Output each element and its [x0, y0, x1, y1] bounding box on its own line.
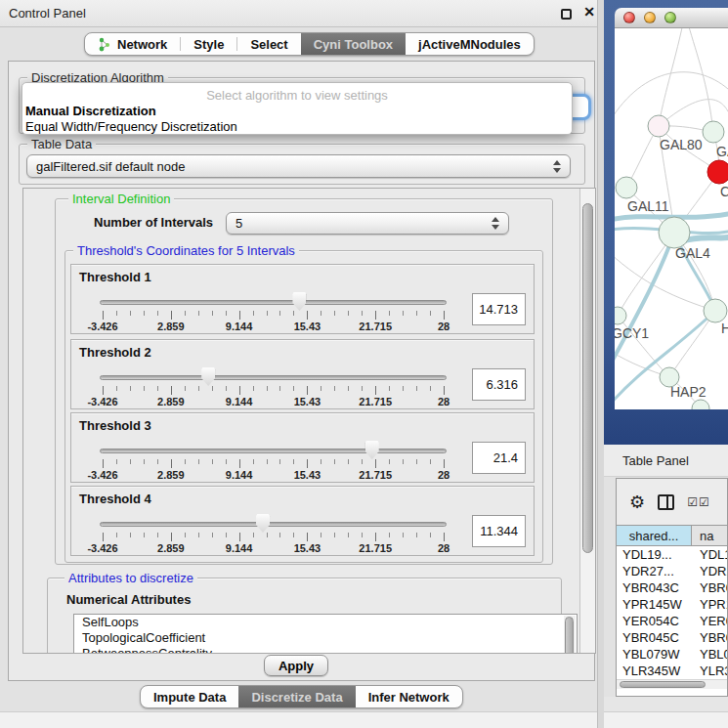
- network-node[interactable]: [707, 160, 728, 184]
- table-row[interactable]: YDR27...YDR2: [617, 563, 728, 579]
- slider-tick: [307, 459, 308, 468]
- network-node-label: GAL11: [627, 198, 669, 214]
- checkbox-filter-icons[interactable]: ☑☑: [687, 495, 710, 509]
- window-zoom-icon[interactable]: [664, 12, 676, 23]
- network-node[interactable]: [648, 115, 669, 137]
- threshold-1-slider[interactable]: -3.4262.8599.14415.4321.71528: [100, 292, 447, 333]
- tab-infer-network[interactable]: Infer Network: [356, 686, 462, 707]
- network-edge[interactable]: [615, 233, 674, 365]
- slider-tick: [362, 459, 363, 464]
- apply-button[interactable]: Apply: [264, 655, 328, 676]
- attribute-list-scrollbar[interactable]: [564, 616, 576, 654]
- tab-style[interactable]: Style: [181, 33, 236, 55]
- slider-tick: [334, 533, 335, 537]
- threshold-1-value-field[interactable]: 14.713: [472, 293, 526, 325]
- panel-divider[interactable]: [597, 0, 604, 728]
- attribute-list-item[interactable]: TopologicalCoefficient: [74, 630, 577, 646]
- tab-network[interactable]: Network: [85, 33, 180, 55]
- table-row[interactable]: YBL079WYBL0: [617, 646, 728, 663]
- network-node[interactable]: [659, 217, 690, 248]
- close-icon[interactable]: ✕: [583, 4, 595, 20]
- slider-tick-label: 15.43: [294, 469, 321, 481]
- table-data-combobox[interactable]: galFiltered.sif default node: [26, 154, 571, 178]
- slider-thumb[interactable]: [256, 514, 270, 533]
- slider-tick: [103, 459, 104, 468]
- numerical-attributes-list[interactable]: SelfLoopsTopologicalCoefficientBetweenne…: [73, 614, 578, 654]
- slider-track[interactable]: [100, 375, 447, 380]
- table-row[interactable]: YPR145WYPR1: [617, 596, 728, 613]
- threshold-4-value-field[interactable]: 11.344: [472, 515, 526, 547]
- network-edge[interactable]: [688, 28, 713, 132]
- network-node-label: C: [720, 184, 728, 199]
- network-node-label: H: [721, 321, 728, 336]
- table-row[interactable]: YDL19...YDL1: [617, 546, 728, 563]
- float-window-icon[interactable]: [561, 9, 572, 20]
- slider-tick-label: -3.426: [87, 396, 117, 407]
- table-cell: YER054C: [617, 613, 692, 629]
- column-header-shared-name[interactable]: shared...: [617, 526, 692, 545]
- network-window-titlebar[interactable]: [615, 8, 728, 28]
- network-node[interactable]: [616, 177, 637, 198]
- slider-tick: [375, 533, 376, 541]
- threshold-2-value-field[interactable]: 6.316: [472, 368, 526, 401]
- table-hscrollbar-thumb[interactable]: [620, 681, 706, 688]
- table-row[interactable]: YBR045CYBR0: [617, 629, 728, 646]
- slider-thumb[interactable]: [365, 441, 379, 459]
- settings-vertical-scrollbar[interactable]: [579, 189, 595, 653]
- settings-scrollbar-thumb[interactable]: [582, 203, 593, 553]
- table-horizontal-scrollbar[interactable]: [617, 679, 727, 689]
- tab-network-label: Network: [117, 37, 167, 52]
- slider-tick: [185, 386, 186, 391]
- slider-tick: [212, 386, 213, 391]
- dropdown-option-manual-discretization[interactable]: Manual Discretization: [25, 104, 156, 118]
- number-of-intervals-combobox[interactable]: 5: [226, 212, 509, 235]
- attribute-list-item[interactable]: BetweennessCentrality: [74, 646, 577, 654]
- slider-tick: [130, 311, 131, 316]
- slider-tick: [307, 386, 308, 395]
- threshold-3-value-field[interactable]: 21.4: [472, 442, 526, 474]
- slider-track[interactable]: [100, 449, 447, 453]
- slider-tick: [279, 533, 280, 537]
- table-row[interactable]: YER054CYER0: [617, 613, 728, 629]
- slider-tick: [267, 459, 268, 464]
- network-node[interactable]: [704, 299, 727, 322]
- slider-tick-label: 9.144: [226, 396, 253, 407]
- network-node[interactable]: [615, 307, 626, 324]
- control-panel-titlebar: Control Panel ✕: [0, 0, 603, 27]
- tab-select[interactable]: Select: [237, 33, 300, 55]
- window-minimize-icon[interactable]: [644, 12, 656, 23]
- columns-icon[interactable]: [658, 494, 674, 510]
- slider-thumb[interactable]: [292, 292, 306, 311]
- slider-tick: [130, 533, 131, 537]
- slider-tick: [430, 459, 431, 464]
- slider-track[interactable]: [100, 300, 447, 305]
- network-edge[interactable]: [659, 28, 683, 126]
- threshold-2-slider[interactable]: -3.4262.8599.14415.4321.71528: [100, 367, 447, 408]
- column-header-name[interactable]: na: [692, 526, 728, 545]
- window-close-icon[interactable]: [623, 12, 635, 23]
- threshold-3-slider[interactable]: -3.4262.8599.14415.4321.71528: [100, 441, 447, 482]
- slider-tick: [157, 459, 158, 464]
- tab-impute-data[interactable]: Impute Data: [141, 686, 238, 707]
- attribute-list-scrollbar-thumb[interactable]: [565, 617, 574, 654]
- slider-tick: [226, 459, 227, 464]
- slider-tick: [321, 533, 321, 537]
- table-row[interactable]: YLR345WYLR3: [617, 663, 728, 679]
- slider-tick: [444, 311, 445, 320]
- attribute-list-item[interactable]: SelfLoops: [74, 615, 577, 630]
- slider-tick: [416, 386, 417, 391]
- threshold-4-slider[interactable]: -3.4262.8599.14415.4321.71528: [100, 514, 447, 555]
- tab-jactivemnodules[interactable]: jActiveMNodules: [406, 33, 534, 55]
- gear-icon[interactable]: ⚙: [629, 493, 645, 511]
- dropdown-option-equal-width-frequency[interactable]: Equal Width/Frequency Discretization: [25, 119, 237, 134]
- table-row[interactable]: YBR043CYBR0: [617, 579, 728, 596]
- threshold-1-label: Threshold 1: [79, 270, 151, 284]
- network-view-canvas[interactable]: GAL80GACGAL11GAL4GCY1HHAP2: [615, 28, 728, 409]
- table-cell: YDL19...: [617, 546, 692, 563]
- tab-discretize-data[interactable]: Discretize Data: [238, 686, 355, 707]
- network-node[interactable]: [703, 121, 724, 143]
- slider-thumb[interactable]: [201, 367, 215, 386]
- tab-cyni-toolbox[interactable]: Cyni Toolbox: [301, 33, 406, 55]
- slider-tick: [198, 533, 199, 537]
- slider-track[interactable]: [100, 522, 447, 527]
